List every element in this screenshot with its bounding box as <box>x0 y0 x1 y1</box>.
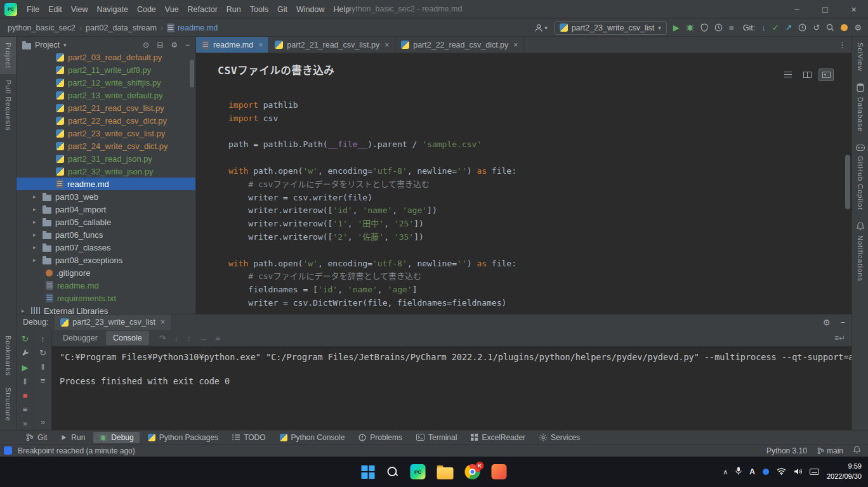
run-button[interactable]: ▶ <box>673 23 680 32</box>
step-into-icon[interactable]: ↓ <box>174 334 179 342</box>
debug-tab-console[interactable]: Console <box>106 331 149 345</box>
toolwindow-button-problems[interactable]: Problems <box>353 432 408 443</box>
rerun-button[interactable]: ↻ <box>22 335 29 343</box>
quick-access-icon[interactable] <box>4 446 12 455</box>
evaluate-expression-icon[interactable]: ≡ <box>216 334 221 342</box>
tree-item-part2-31-read-json-py[interactable]: part2_31_read_json.py <box>16 152 195 165</box>
tree-item-gitignore[interactable]: .gitignore <box>16 266 195 279</box>
tree-item-part05-callable[interactable]: ▸part05_callable <box>16 216 195 228</box>
debug-session-tab[interactable]: part2_23_write_csv_list × <box>55 315 171 330</box>
rollback-button[interactable]: ↺ <box>813 23 820 32</box>
ide-notification-icon[interactable] <box>841 24 848 31</box>
toolwindow-stripe-bookmarks[interactable]: Bookmarks <box>0 330 16 382</box>
touch-keyboard-icon[interactable] <box>810 469 819 475</box>
commit-button[interactable]: ✓ <box>772 23 779 32</box>
menu-navigate[interactable]: Navigate <box>93 3 133 16</box>
toolwindow-stripe-project[interactable]: Project <box>0 37 16 74</box>
microphone-icon[interactable] <box>735 467 742 477</box>
tree-item-part2-12-write-shiftjis-py[interactable]: part2_12_write_shiftjis.py <box>16 76 195 89</box>
gear-icon[interactable]: ⚙ <box>823 318 831 327</box>
gear-icon[interactable]: ⚙ <box>171 41 178 49</box>
hide-panel-icon[interactable]: − <box>185 41 190 49</box>
chevron-right-icon[interactable]: ▸ <box>33 244 39 250</box>
project-scrollbar[interactable] <box>190 60 194 88</box>
breadcrumb-item-readme-md[interactable]: readme.md <box>166 23 219 32</box>
hide-panel-icon[interactable]: − <box>840 318 845 327</box>
tree-item-part06-funcs[interactable]: ▸part06_funcs <box>16 228 195 241</box>
modify-run-config-icon[interactable] <box>22 349 29 358</box>
coverage-button[interactable] <box>700 23 708 32</box>
close-button[interactable]: × <box>839 0 868 19</box>
menu-git[interactable]: Git <box>273 3 292 16</box>
taskbar-chrome-icon[interactable]: K <box>465 464 480 479</box>
chevron-right-icon[interactable]: ▸ <box>33 231 39 238</box>
collapse-all-icon[interactable]: ⊟ <box>157 41 163 49</box>
bell-icon[interactable] <box>853 446 860 455</box>
editor-tab-readme-md[interactable]: readme.md× <box>196 37 269 53</box>
tree-item-part2-32-write-json-py[interactable]: part2_32_write_json.py <box>16 165 195 178</box>
chevron-right-icon[interactable]: ▸ <box>22 308 27 314</box>
tab-options-icon[interactable]: ⋮ <box>838 37 852 53</box>
tree-item-requirements-txt[interactable]: requirements.txt <box>16 292 195 304</box>
menu-file[interactable]: File <box>22 3 44 16</box>
tree-item-part08-exceptions[interactable]: ▸part08_exceptions <box>16 254 195 266</box>
search-everywhere-button[interactable] <box>826 23 834 32</box>
tree-item-external-libraries[interactable]: ▸External Libraries <box>16 304 195 314</box>
tree-item-part03-web[interactable]: ▸part03_web <box>16 190 195 203</box>
push-button[interactable]: ↗ <box>786 23 792 32</box>
debug-tab-debugger[interactable]: Debugger <box>56 331 105 345</box>
user-avatar-icon[interactable]: ▾ <box>534 23 548 32</box>
menu-edit[interactable]: Edit <box>44 3 67 16</box>
editor-tab-part2-21-read-csv-list-py[interactable]: part2_21_read_csv_list.py× <box>269 37 395 53</box>
close-icon[interactable]: × <box>161 318 165 327</box>
menu-run[interactable]: Run <box>222 3 246 16</box>
menu-refactor[interactable]: Refactor <box>183 3 222 16</box>
taskbar-clock[interactable]: 9:59 2022/09/30 <box>827 462 862 482</box>
profiler-button[interactable] <box>714 23 723 32</box>
pause-button[interactable]: ‖ <box>23 377 27 386</box>
volume-icon[interactable] <box>794 467 802 477</box>
toolwindow-stripe-database[interactable]: Database <box>852 77 868 138</box>
resume-button[interactable]: ▶ <box>22 363 29 372</box>
menu-view[interactable]: View <box>67 3 93 16</box>
settings-gear-icon[interactable]: ⚙ <box>854 23 862 32</box>
toolwindow-button-services[interactable]: Services <box>534 432 586 443</box>
soft-wrap-icon[interactable]: ≡ <box>41 377 46 385</box>
toolwindow-button-excelreader[interactable]: ExcelReader <box>465 432 531 443</box>
toolwindow-stripe-sciview[interactable]: SciView <box>852 37 868 77</box>
tree-item-part2-21-read-csv-list-py[interactable]: part2_21_read_csv_list.py <box>16 101 195 114</box>
minimize-button[interactable]: − <box>782 0 811 19</box>
chevron-right-icon[interactable]: ▸ <box>33 219 39 225</box>
taskbar-explorer-icon[interactable] <box>437 467 454 479</box>
history-button[interactable] <box>798 23 806 32</box>
maximize-button[interactable]: □ <box>811 0 839 19</box>
update-project-button[interactable]: ↓ <box>761 23 766 32</box>
python-interpreter-selector[interactable]: Python 3.10 <box>766 446 807 455</box>
step-out-icon[interactable]: ↑ <box>187 334 191 342</box>
md-editor-only-icon[interactable] <box>780 68 796 81</box>
chevron-right-icon[interactable]: ▸ <box>33 206 39 212</box>
debug-button[interactable] <box>686 23 694 32</box>
menu-tools[interactable]: Tools <box>246 3 273 16</box>
view-breakpoints-icon[interactable]: ≡ <box>23 405 28 413</box>
more-icon[interactable]: » <box>41 418 45 426</box>
close-icon[interactable]: × <box>385 41 389 49</box>
toolwindow-button-debug[interactable]: Debug <box>93 432 139 443</box>
chevron-right-icon[interactable]: ▸ <box>33 193 39 200</box>
more-icon[interactable]: » <box>23 419 27 427</box>
up-stack-icon[interactable]: ↑ <box>41 335 45 343</box>
close-icon[interactable]: × <box>258 41 263 49</box>
tree-item-part2-22-read-csv-dict-py[interactable]: part2_22_read_csv_dict.py <box>16 114 195 127</box>
toolwindow-stripe-structure[interactable]: Structure <box>0 382 16 427</box>
console-output[interactable]: "C:¥Program Files¥Python310¥python.exe" … <box>52 346 852 430</box>
console-options-icon[interactable]: ≡↵ <box>834 334 852 342</box>
tree-item-part2-03-read-default-py[interactable]: part2_03_read_default.py <box>16 51 195 63</box>
toolwindow-stripe-github-copilot[interactable]: GitHub Copilot <box>852 138 868 216</box>
taskbar-search-icon[interactable] <box>386 465 399 478</box>
stop-button[interactable]: ■ <box>729 23 734 32</box>
tree-item-part04-import[interactable]: ▸part04_import <box>16 203 195 216</box>
tree-item-readme-md[interactable]: readme.md <box>16 279 195 292</box>
md-preview-icon[interactable] <box>819 68 834 81</box>
breadcrumb-item-part02-data-stream[interactable]: part02_data_stream <box>84 23 158 32</box>
toolwindow-button-python-console[interactable]: Python Console <box>274 432 351 443</box>
